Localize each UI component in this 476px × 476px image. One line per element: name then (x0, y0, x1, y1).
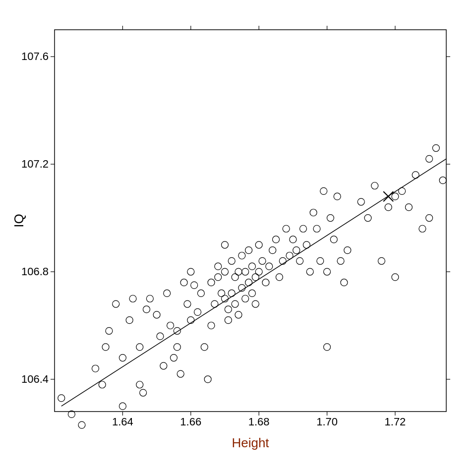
chart-container: 1.641.661.681.701.72106.4106.8107.2107.6… (0, 0, 476, 476)
svg-rect-1 (55, 30, 446, 412)
x-axis-label: Height (232, 435, 269, 450)
svg-text:106.8: 106.8 (21, 265, 49, 278)
svg-text:107.6: 107.6 (21, 50, 49, 62)
svg-text:1.68: 1.68 (248, 416, 270, 428)
svg-text:106.4: 106.4 (21, 373, 49, 385)
y-axis-label: IQ (11, 214, 26, 227)
svg-text:1.72: 1.72 (385, 416, 406, 428)
scatter-plot: 1.641.661.681.701.72106.4106.8107.2107.6… (0, 0, 476, 476)
svg-text:1.70: 1.70 (316, 416, 338, 428)
svg-text:1.64: 1.64 (112, 416, 133, 428)
svg-text:107.2: 107.2 (21, 158, 49, 170)
svg-text:1.66: 1.66 (180, 416, 201, 428)
